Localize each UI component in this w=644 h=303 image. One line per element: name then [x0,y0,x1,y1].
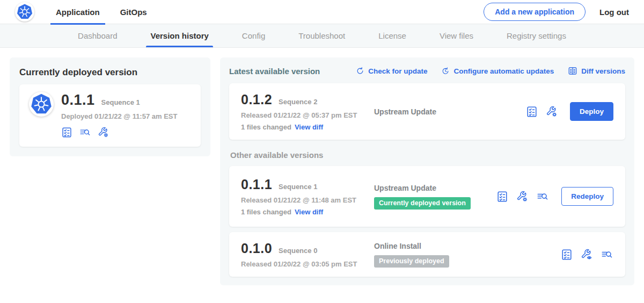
check-for-update-link[interactable]: Check for update [356,67,427,75]
edit-config-icon[interactable] [98,127,109,138]
subnav-tab-troubleshoot[interactable]: Troubleshoot [297,24,346,47]
view-diff-link[interactable]: View diff [295,123,323,131]
deploy-button[interactable]: Deploy [570,102,613,121]
version-history-panel: Latest available version Check for updat… [220,57,634,285]
preflight-checklist-icon[interactable] [526,106,538,118]
view-config-icon[interactable] [581,249,592,261]
version-sequence: Sequence 1 [279,183,317,191]
main-content: Currently deployed version 0.1.1 Sequenc… [0,48,644,295]
view-logs-icon[interactable] [601,249,613,261]
other-versions-label: Other available versions [230,150,625,160]
preflight-checklist-icon[interactable] [561,249,573,261]
subnav-tab-license[interactable]: License [377,24,407,47]
kubernetes-logo-icon [17,4,33,20]
redeploy-button[interactable]: Redeploy [561,187,613,206]
app-icon [29,92,54,117]
version-sequence: Sequence 2 [279,98,317,106]
subnav-tab-dashboard[interactable]: Dashboard [77,24,118,47]
preflight-checklist-icon[interactable] [61,127,72,138]
version-source: Online Install [374,242,555,250]
tab-application[interactable]: Application [50,0,105,24]
released-timestamp: Released 01/21/22 @ 11:48 am EST [241,196,374,204]
view-diff-link[interactable]: View diff [295,208,323,216]
logout-link[interactable]: Log out [599,8,629,17]
deployed-card-title: Currently deployed version [19,67,201,78]
deployed-version-card: 0.1.1 Sequence 1 Deployed 01/21/22 @ 11:… [19,84,201,147]
version-number: 0.1.1 [241,177,272,192]
diff-versions-link[interactable]: Diff versions [568,66,625,76]
deployed-version-number: 0.1.1 [61,92,95,109]
add-application-button[interactable]: Add a new application [484,3,586,21]
top-header: Application GitOps Add a new application… [0,0,644,24]
version-source: Upstream Update [374,184,491,192]
currently-deployed-card: Currently deployed version 0.1.1 Sequenc… [10,57,210,156]
edit-config-icon[interactable] [546,106,558,118]
files-changed: 1 files changed [241,123,291,131]
subnav-tab-view-files[interactable]: View files [438,24,474,47]
row-gap [229,227,625,232]
version-row-0-1-0: 0.1.0 Sequence 0 Released 01/20/22 @ 03:… [229,232,625,277]
deployed-timestamp: Deployed 01/21/22 @ 11:57 am EST [61,112,177,120]
view-logs-icon[interactable] [79,127,91,138]
deployed-sequence: Sequence 1 [101,98,140,106]
latest-version-title: Latest available version [229,67,320,76]
app-logo [15,2,34,21]
schedule-icon [441,67,450,75]
version-number: 0.1.0 [241,241,272,256]
previously-deployed-badge: Previously deployed [374,255,449,268]
view-logs-icon[interactable] [536,191,549,203]
version-number: 0.1.2 [241,92,272,107]
version-sequence: Sequence 0 [279,247,317,255]
kubernetes-logo-icon [31,93,52,115]
diff-icon [568,66,577,76]
currently-deployed-badge: Currently deployed version [374,197,471,210]
files-changed: 1 files changed [241,208,291,216]
version-source: Upstream Update [374,107,521,116]
configure-automatic-updates-link[interactable]: Configure automatic updates [441,67,554,75]
version-row-0-1-2: 0.1.2 Sequence 2 Released 01/21/22 @ 05:… [229,83,625,140]
refresh-icon [356,67,364,75]
subnav-tab-version-history[interactable]: Version history [149,24,209,47]
subnav-tab-registry-settings[interactable]: Registry settings [506,24,567,47]
tab-gitops[interactable]: GitOps [115,0,152,24]
subnav-tab-config[interactable]: Config [241,24,266,47]
released-timestamp: Released 01/21/22 @ 05:37 pm EST [241,111,374,119]
edit-config-icon[interactable] [516,191,528,203]
app-subnav: Dashboard Version history Config Trouble… [0,24,644,48]
version-row-0-1-1: 0.1.1 Sequence 1 Released 01/21/22 @ 11:… [229,166,625,227]
preflight-checklist-icon[interactable] [496,191,508,203]
released-timestamp: Released 01/20/22 @ 03:05 pm EST [241,260,374,268]
